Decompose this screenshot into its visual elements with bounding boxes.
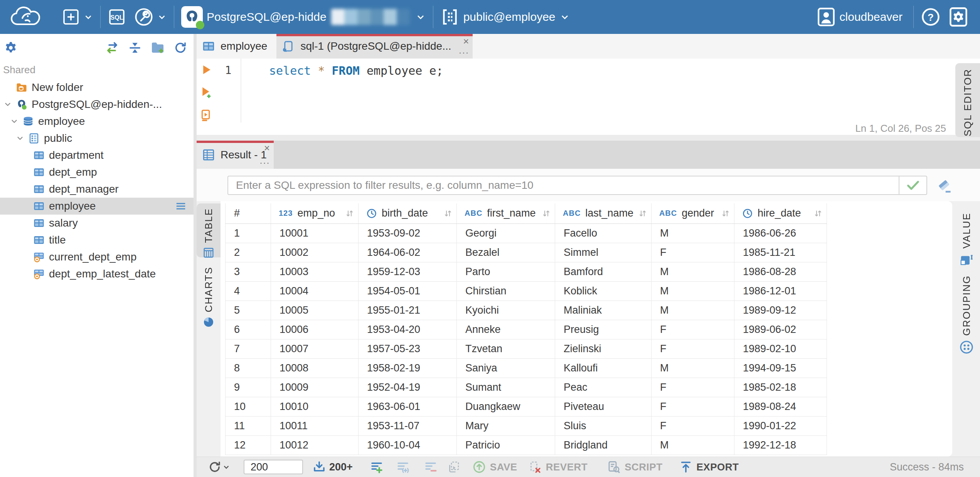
tree-item-title[interactable]: title bbox=[0, 232, 194, 249]
table-row[interactable]: 1100011953-09-02GeorgiFacelloM1986-06-26 bbox=[226, 223, 827, 243]
editor-result-splitter[interactable] bbox=[197, 135, 980, 141]
tree-item-public[interactable]: public bbox=[0, 130, 194, 147]
table-row[interactable]: 9100091952-04-19SumantPeacF1985-02-18 bbox=[226, 378, 827, 397]
result-data-grid[interactable]: #123emp_nobirth_dateABCfirst_nameABClast… bbox=[225, 203, 827, 455]
cell-first_name[interactable]: Mary bbox=[457, 416, 555, 435]
tree-item-postgresql-ep-hidden-[interactable]: PostgreSQL@ep-hidden-... bbox=[0, 96, 194, 113]
cell-hire_date[interactable]: 1986-12-01 bbox=[734, 281, 827, 301]
cell-last_name[interactable]: Bridgland bbox=[555, 435, 652, 455]
cell-gender[interactable]: M bbox=[651, 435, 734, 455]
item-menu-icon[interactable] bbox=[175, 200, 187, 212]
column-header-last_name[interactable]: ABClast_name bbox=[555, 203, 652, 223]
apply-filter-button[interactable] bbox=[899, 176, 926, 194]
cell-gender[interactable]: F bbox=[651, 378, 734, 397]
cell-hire_date[interactable]: 1985-02-18 bbox=[734, 378, 827, 397]
chevron-down-icon[interactable] bbox=[10, 117, 19, 126]
filter-input[interactable] bbox=[228, 179, 899, 191]
chevron-down-icon[interactable] bbox=[3, 100, 12, 109]
cell-gender[interactable]: M bbox=[651, 262, 734, 281]
cell-first_name[interactable]: Anneke bbox=[457, 320, 555, 339]
sort-icon[interactable] bbox=[813, 209, 823, 218]
cell-gender[interactable]: F bbox=[651, 416, 734, 435]
cell-last_name[interactable]: Koblick bbox=[555, 281, 652, 301]
sort-icon[interactable] bbox=[638, 209, 647, 218]
new-folder-icon[interactable] bbox=[150, 40, 165, 55]
column-header-hire_date[interactable]: hire_date bbox=[734, 203, 827, 223]
sort-icon[interactable] bbox=[345, 209, 354, 218]
cell-birth_date[interactable]: 1953-09-02 bbox=[359, 223, 457, 243]
cell-hire_date[interactable]: 1989-06-02 bbox=[734, 320, 827, 339]
export-button[interactable]: EXPORT bbox=[679, 460, 739, 474]
revert-button[interactable]: REVERT bbox=[528, 460, 588, 474]
cell-last_name[interactable]: Sluis bbox=[555, 416, 652, 435]
cell-emp_no[interactable]: 10005 bbox=[271, 301, 359, 320]
cell-hire_date[interactable]: 1985-11-21 bbox=[734, 243, 827, 262]
execute-script-icon[interactable] bbox=[200, 109, 213, 122]
new-object-button[interactable] bbox=[58, 0, 97, 34]
cell-birth_date[interactable]: 1957-05-23 bbox=[359, 339, 457, 358]
table-row[interactable]: 8100081958-02-19SaniyaKalloufiM1994-09-1… bbox=[226, 358, 827, 378]
sidebar-settings-gear-icon[interactable] bbox=[4, 41, 18, 55]
cell-last_name[interactable]: Simmel bbox=[555, 243, 652, 262]
sort-icon[interactable] bbox=[721, 209, 730, 218]
table-row[interactable]: 3100031959-12-03PartoBamfordM1986-08-28 bbox=[226, 262, 827, 281]
table-row[interactable]: 7100071957-05-23TzvetanZielinskiF1989-02… bbox=[226, 339, 827, 358]
tab-sql-editor-side[interactable]: SQL EDITOR bbox=[955, 63, 980, 137]
execute-new-tab-icon[interactable] bbox=[199, 86, 213, 99]
table-row[interactable]: 4100041954-05-01ChirstianKoblickM1986-12… bbox=[226, 281, 827, 301]
close-icon[interactable]: × bbox=[264, 143, 270, 153]
tree-item-dept-emp[interactable]: dept_emp bbox=[0, 164, 194, 181]
table-row[interactable]: 5100051955-01-21KyoichiMaliniakM1989-09-… bbox=[226, 301, 827, 320]
tab-table-view[interactable]: TABLE bbox=[197, 203, 221, 257]
cell-hire_date[interactable]: 1989-08-24 bbox=[734, 397, 827, 416]
sort-icon[interactable] bbox=[542, 209, 551, 218]
sort-icon[interactable] bbox=[443, 209, 453, 218]
table-row[interactable]: 11100111953-11-07MarySluisF1990-01-22 bbox=[226, 416, 827, 435]
fetch-size-input[interactable] bbox=[244, 460, 303, 474]
sql-editor-button[interactable]: SQL bbox=[104, 0, 130, 34]
cell-birth_date[interactable]: 1958-02-19 bbox=[359, 358, 457, 378]
cell-birth_date[interactable]: 1953-11-07 bbox=[359, 416, 457, 435]
user-menu[interactable]: cloudbeaver bbox=[813, 0, 910, 34]
cell-first_name[interactable]: Chirstian bbox=[457, 281, 555, 301]
cell-emp_no[interactable]: 10001 bbox=[271, 223, 359, 243]
cell-birth_date[interactable]: 1959-12-03 bbox=[359, 262, 457, 281]
sql-code[interactable]: select * FROM employee e; bbox=[241, 59, 443, 123]
cell-first_name[interactable]: Sumant bbox=[457, 378, 555, 397]
tree-item-dept-manager[interactable]: dept_manager bbox=[0, 181, 194, 198]
cell-hire_date[interactable]: 1990-01-22 bbox=[734, 416, 827, 435]
cell-last_name[interactable]: Facello bbox=[555, 223, 652, 243]
cell-emp_no[interactable]: 10007 bbox=[271, 339, 359, 358]
sidebar-splitter[interactable] bbox=[194, 34, 197, 477]
column-header-first_name[interactable]: ABCfirst_name bbox=[457, 203, 555, 223]
cell-emp_no[interactable]: 10010 bbox=[271, 397, 359, 416]
driver-manager-button[interactable] bbox=[130, 0, 171, 34]
cell-birth_date[interactable]: 1952-04-19 bbox=[359, 378, 457, 397]
script-button[interactable]: SCRIPT bbox=[607, 460, 662, 474]
more-icon[interactable]: ··· bbox=[458, 48, 469, 57]
cell-first_name[interactable]: Georgi bbox=[457, 223, 555, 243]
cell-birth_date[interactable]: 1964-06-02 bbox=[359, 243, 457, 262]
table-row[interactable]: 10100101963-06-01DuangkaewPiveteauF1989-… bbox=[226, 397, 827, 416]
tree-item-salary[interactable]: salary bbox=[0, 215, 194, 232]
more-icon[interactable]: ··· bbox=[259, 158, 270, 167]
column-header-gender[interactable]: ABCgender bbox=[651, 203, 734, 223]
tab-result-1[interactable]: Result - 1 × ··· bbox=[197, 141, 274, 169]
tree-item-current-dept-emp[interactable]: current_dept_emp bbox=[0, 249, 194, 265]
cell-hire_date[interactable]: 1989-09-12 bbox=[734, 301, 827, 320]
tab-charts-view[interactable]: CHARTS bbox=[197, 262, 221, 320]
close-icon[interactable]: × bbox=[463, 36, 469, 46]
settings-button[interactable] bbox=[945, 0, 972, 34]
cell-gender[interactable]: M bbox=[651, 358, 734, 378]
cell-gender[interactable]: M bbox=[651, 223, 734, 243]
cell-first_name[interactable]: Parto bbox=[457, 262, 555, 281]
refresh-results-button[interactable] bbox=[207, 460, 231, 474]
cell-emp_no[interactable]: 10011 bbox=[271, 416, 359, 435]
cell-first_name[interactable]: Tzvetan bbox=[457, 339, 555, 358]
table-row[interactable]: 12100121960-10-04PatricioBridglandM1992-… bbox=[226, 435, 827, 455]
tree-item-department[interactable]: department bbox=[0, 147, 194, 164]
tab-sql-1[interactable]: sql-1 (PostgreSQL@ep-hidde... × ··· bbox=[276, 34, 473, 59]
cell-gender[interactable]: F bbox=[651, 243, 734, 262]
cell-hire_date[interactable]: 1986-08-28 bbox=[734, 262, 827, 281]
cell-birth_date[interactable]: 1954-05-01 bbox=[359, 281, 457, 301]
